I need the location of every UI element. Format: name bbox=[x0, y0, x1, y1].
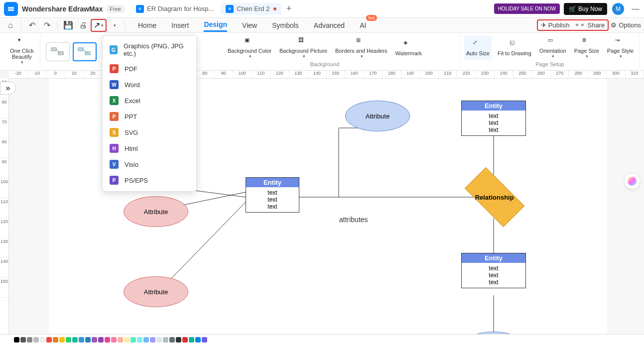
theme-thumb-2[interactable] bbox=[73, 42, 97, 61]
palette-color[interactable] bbox=[105, 337, 110, 343]
palette-color[interactable] bbox=[169, 337, 175, 343]
menu-home[interactable]: Home bbox=[138, 19, 156, 31]
export-item-html[interactable]: HHtml bbox=[103, 140, 196, 156]
export-item-pdf[interactable]: PPDF bbox=[103, 61, 196, 77]
tab-chen-erd[interactable]: Chen Erd 2 bbox=[221, 3, 281, 15]
menu-design[interactable]: Design bbox=[204, 18, 227, 32]
share-button[interactable]: ⚬⚬Share bbox=[574, 21, 605, 29]
page-style-button[interactable]: ↝Page Style▾ bbox=[605, 36, 636, 60]
palette-color[interactable] bbox=[72, 337, 78, 343]
ruler-tick: 80 bbox=[0, 138, 8, 158]
dropdown-button[interactable]: ▾ bbox=[108, 19, 121, 32]
palette-color[interactable] bbox=[118, 337, 123, 343]
new-tab-button[interactable]: + bbox=[283, 3, 294, 14]
tab-er-diagram[interactable]: ER Diagram for Hosp... bbox=[131, 3, 219, 15]
palette-color[interactable] bbox=[176, 337, 181, 343]
redo-button[interactable]: ↷ bbox=[40, 19, 53, 32]
palette-color[interactable] bbox=[189, 337, 194, 343]
buy-now-button[interactable]: 🛒 Buy Now bbox=[564, 3, 607, 15]
menu-tabs: Home Insert Design View Symbols Advanced… bbox=[138, 18, 366, 32]
undo-button[interactable]: ↶ bbox=[25, 19, 38, 32]
palette-color[interactable] bbox=[124, 337, 129, 343]
background-picture-button[interactable]: 🖼Background Picture▾ bbox=[277, 36, 329, 60]
palette-color[interactable] bbox=[163, 337, 168, 343]
bg-picture-label: Background Picture bbox=[279, 48, 327, 54]
sidebar-expand-button[interactable]: » bbox=[0, 82, 16, 95]
background-color-button[interactable]: ▣Background Color▾ bbox=[226, 36, 273, 60]
ruler-tick: 180 bbox=[383, 71, 401, 78]
menu-insert[interactable]: Insert bbox=[171, 19, 189, 31]
watermark-button[interactable]: ◈Watermark bbox=[393, 36, 424, 60]
borders-icon: ⊞ bbox=[356, 37, 366, 47]
palette-color[interactable] bbox=[202, 337, 207, 343]
palette-color[interactable] bbox=[66, 337, 71, 343]
minimize-button[interactable]: — bbox=[631, 4, 640, 13]
attribute-shape[interactable] bbox=[464, 332, 523, 334]
one-click-beautify[interactable]: ✦One Click Beautify▾ bbox=[4, 35, 40, 68]
palette-color[interactable] bbox=[143, 337, 149, 343]
entity-shape[interactable]: Entity texttexttext bbox=[461, 253, 526, 288]
ai-assistant-button[interactable] bbox=[624, 173, 640, 189]
home-icon[interactable]: ⌂ bbox=[4, 19, 17, 32]
print-button[interactable]: 🖨 bbox=[77, 19, 90, 32]
menu-ai[interactable]: AIhot bbox=[360, 19, 366, 31]
attribute-shape[interactable]: Attribute bbox=[124, 276, 188, 307]
publish-button[interactable]: ✈Publish bbox=[541, 21, 570, 29]
color-palette bbox=[14, 337, 207, 343]
export-item-ppt[interactable]: PPPT bbox=[103, 109, 196, 124]
export-item-excel[interactable]: XExcel bbox=[103, 93, 196, 109]
export-item-label: PDF bbox=[125, 65, 137, 73]
palette-color[interactable] bbox=[33, 337, 39, 343]
free-text[interactable]: attributes bbox=[339, 216, 368, 224]
entity-shape[interactable]: Entity texttexttext bbox=[461, 101, 526, 136]
palette-color[interactable] bbox=[156, 337, 162, 343]
palette-color[interactable] bbox=[46, 337, 52, 343]
relationship-shape[interactable]: Relationship bbox=[465, 167, 524, 227]
palette-color[interactable] bbox=[20, 337, 26, 343]
save-button[interactable]: 💾 bbox=[62, 19, 75, 32]
attribute-text: Attribute bbox=[144, 288, 168, 296]
palette-color[interactable] bbox=[137, 337, 142, 343]
palette-color[interactable] bbox=[111, 337, 117, 343]
orientation-button[interactable]: ▭Orientation▾ bbox=[537, 36, 568, 60]
share-label: Share bbox=[587, 21, 605, 29]
menu-symbols[interactable]: Symbols bbox=[272, 19, 299, 31]
palette-color[interactable] bbox=[14, 337, 19, 343]
palette-color[interactable] bbox=[59, 337, 65, 343]
export-item-word[interactable]: WWord bbox=[103, 77, 196, 93]
page-size-button[interactable]: 🗎Page Size▾ bbox=[572, 36, 601, 60]
export-item-graphics-png-jpg-etc-[interactable]: GGraphics (PNG, JPG etc.) bbox=[103, 39, 196, 61]
svg-line-10 bbox=[196, 191, 246, 197]
palette-color[interactable] bbox=[195, 337, 201, 343]
theme-thumb-1[interactable] bbox=[46, 42, 70, 61]
palette-color[interactable] bbox=[130, 337, 136, 343]
ruler-tick: 260 bbox=[532, 71, 551, 78]
attribute-shape[interactable]: Attribute bbox=[345, 101, 410, 131]
options-button[interactable]: ⚙Options bbox=[611, 21, 641, 29]
attribute-shape[interactable]: Attribute bbox=[124, 196, 188, 227]
page-setup-section: Page Setup bbox=[535, 61, 564, 67]
export-button[interactable]: ↗▾ bbox=[91, 19, 107, 32]
palette-color[interactable] bbox=[27, 337, 32, 343]
menu-view[interactable]: View bbox=[242, 19, 257, 31]
file-type-icon: H bbox=[110, 144, 119, 153]
palette-color[interactable] bbox=[150, 337, 155, 343]
menu-advanced[interactable]: Advanced bbox=[314, 19, 345, 31]
entity-shape[interactable]: Entity texttexttext bbox=[246, 177, 299, 213]
holiday-sale-button[interactable]: HOLIDAY SALE ON NOW bbox=[494, 3, 560, 14]
palette-color[interactable] bbox=[53, 337, 58, 343]
auto-size-button[interactable]: ⤢Auto Size bbox=[464, 36, 492, 60]
fit-drawing-button[interactable]: ◱Fit to Drawing bbox=[496, 36, 533, 60]
palette-color[interactable] bbox=[182, 337, 188, 343]
export-item-svg[interactable]: SSVG bbox=[103, 124, 196, 140]
palette-color[interactable] bbox=[85, 337, 91, 343]
user-avatar[interactable]: M bbox=[612, 3, 624, 15]
palette-color[interactable] bbox=[98, 337, 104, 343]
ruler-tick: 160 bbox=[345, 71, 364, 78]
borders-headers-button[interactable]: ⊞Borders and Headers▾ bbox=[333, 36, 389, 60]
export-item-ps-eps[interactable]: PPS/EPS bbox=[103, 172, 196, 188]
palette-color[interactable] bbox=[92, 337, 97, 343]
palette-color[interactable] bbox=[40, 337, 45, 343]
export-item-visio[interactable]: VVisio bbox=[103, 156, 196, 172]
palette-color[interactable] bbox=[79, 337, 84, 343]
